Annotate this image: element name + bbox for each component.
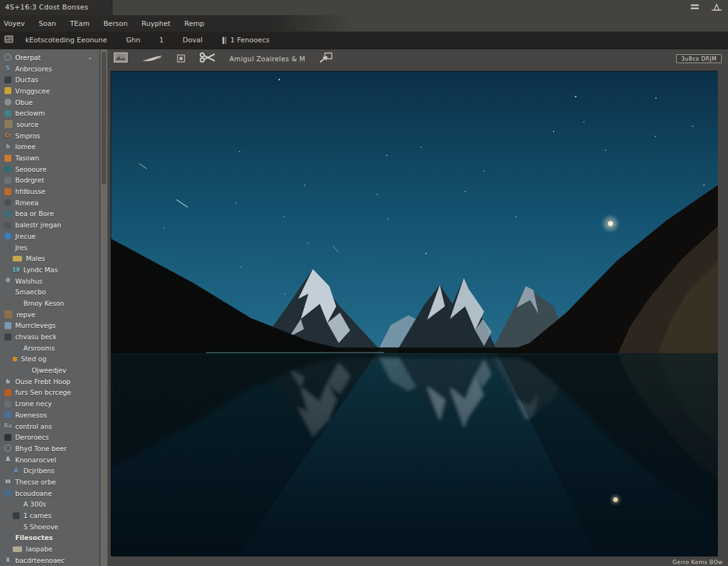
menu-item[interactable]: Soan: [39, 20, 56, 28]
sidebar-item[interactable]: Bodrgret ⌄: [0, 175, 99, 186]
scissors-icon[interactable]: [199, 52, 215, 66]
sidebar-item-label: Thecse orbe: [15, 478, 56, 486]
sidebar-item-icon: [4, 445, 11, 452]
sidebar-item[interactable]: Jres ⌄: [0, 242, 99, 253]
sidebar-item[interactable]: Jrecue ⌄: [0, 231, 99, 242]
sidebar-item[interactable]: Deroroecs ⌄: [0, 431, 99, 443]
toolbar-items: kEotscoteding Eeonune Ghn 1 Doval: [25, 36, 222, 44]
sidebar-item-label: Smpros: [15, 132, 40, 140]
sidebar-item[interactable]: A Knonarocvel ⌄: [0, 454, 99, 466]
sidebar-item-label: Murrclevegs: [15, 322, 56, 329]
sidebar-item-label: control ans: [15, 423, 52, 430]
sidebar-item-icon: [4, 389, 11, 396]
sidebar-item-icon: Cr: [4, 132, 11, 139]
checkbox-icon[interactable]: [177, 53, 185, 65]
sidebar-item[interactable]: M Thecse orbe ⌄: [0, 476, 99, 488]
sidebar-item[interactable]: Sted og ⌄: [0, 354, 99, 365]
sidebar-item[interactable]: beclowm ⌄: [0, 107, 99, 119]
menu-icon[interactable]: [689, 3, 701, 11]
sidebar-item[interactable]: II Walshus ⌄: [0, 275, 99, 287]
sidebar-item-icon: [4, 155, 11, 162]
sidebar-item[interactable]: Seoooure ⌄: [0, 164, 99, 175]
list-icon: [222, 37, 228, 44]
menu-item[interactable]: Remp: [185, 20, 205, 28]
sidebar-item[interactable]: furs Sen bcrcege ⌄: [0, 387, 99, 399]
brush-icon[interactable]: [142, 53, 163, 65]
toolbar-item[interactable]: Ghn: [126, 36, 140, 44]
sidebar-item[interactable]: balestr jregan ⌄: [0, 219, 99, 231]
sidebar-item[interactable]: 19 Lyndc Mas ⌄: [0, 264, 99, 275]
sidebar-item[interactable]: bea or Bore ⌄: [0, 208, 99, 220]
sidebar-item-icon: [4, 322, 11, 329]
sidebar-item[interactable]: Tasown ⌄: [0, 152, 99, 164]
sidebar-item-label: Filesoctes: [15, 534, 53, 541]
toolbar-item[interactable]: Doval: [183, 36, 203, 44]
sidebar-item-label: Jrecue: [15, 232, 36, 240]
sidebar-item[interactable]: Ra control ans ⌄: [0, 421, 99, 432]
sidebar-item[interactable]: b lomee ⌄: [0, 142, 99, 153]
sidebar-item-icon: [13, 357, 17, 361]
sidebar-item[interactable]: S Anbrcsores ⌄: [0, 63, 99, 75]
sidebar-item[interactable]: Murrclevegs ⌄: [0, 320, 99, 332]
document-tab[interactable]: 4S+16:3 Cdost Bonses: [0, 0, 112, 15]
sidebar-item[interactable]: Lrone necy ⌄: [0, 398, 99, 409]
toolbar-item[interactable]: 1: [159, 36, 164, 44]
sidebar-item-icon: [13, 546, 22, 552]
sidebar-item[interactable]: Roenesos ⌄: [0, 409, 99, 421]
display-icon[interactable]: [710, 3, 723, 11]
sidebar-item[interactable]: Filesoctes ⌄: [0, 533, 99, 544]
resolution-button[interactable]: 3u8co DRJM: [676, 54, 722, 63]
sidebar-item-label: Walshus: [15, 277, 42, 285]
sidebar-item[interactable]: Orerpat ⌄: [0, 52, 99, 63]
sidebar-item-label: Jres: [15, 244, 27, 251]
sidebar-item[interactable]: Smaecbo ⌄: [0, 286, 99, 298]
sidebar-item-label: laopabe: [26, 545, 52, 553]
menu-item[interactable]: Ruyphet: [142, 20, 171, 28]
sidebar-item-label: lomee: [15, 143, 36, 150]
chevron-down-icon[interactable]: ⌄: [88, 54, 93, 61]
scrollbar-thumb[interactable]: [102, 52, 106, 184]
sidebar-item-label: Knonarocvel: [15, 456, 56, 464]
sidebar-item[interactable]: bcoudoane ⌄: [0, 488, 99, 499]
sidebar-item[interactable]: repve ⌄: [0, 309, 99, 320]
menu-item[interactable]: Berson: [104, 20, 128, 28]
sidebar-item[interactable]: Vmggscee ⌄: [0, 85, 99, 97]
image-icon[interactable]: [114, 52, 128, 65]
sidebar-item-label: Males: [26, 255, 45, 262]
photo-canvas[interactable]: [111, 71, 717, 556]
layers-sidebar: Orerpat ⌄ S Anbrcsores ⌄ Ductas ⌄ Vmggsc…: [0, 49, 100, 566]
sidebar-item-icon: [13, 256, 22, 262]
toolbar-item[interactable]: kEotscoteding Eeonune: [25, 36, 107, 44]
sidebar-item-label: balestr jregan: [15, 221, 61, 229]
sidebar-item-label: Ductas: [15, 76, 39, 83]
sidebar-item[interactable]: Ojweedjev ⌄: [0, 364, 99, 376]
sidebar-item[interactable]: 1 cames ⌄: [0, 510, 99, 521]
sidebar-item[interactable]: Males ⌄: [0, 253, 99, 264]
sidebar-item[interactable]: Ductas ⌄: [0, 74, 99, 85]
sidebar-item[interactable]: Bhyd Tone beer ⌄: [0, 443, 99, 454]
sidebar-item[interactable]: Rmeea ⌄: [0, 197, 99, 208]
sidebar-scrollbar[interactable]: [100, 49, 107, 566]
sidebar-item-icon: [4, 411, 11, 418]
sidebar-item[interactable]: A 300s ⌄: [0, 499, 99, 510]
sidebar-item[interactable]: Cr Smpros ⌄: [0, 130, 99, 142]
sidebar-item[interactable]: Bmoy Keson ⌄: [0, 298, 99, 309]
menu-item[interactable]: Voyev: [4, 20, 25, 28]
sidebar-item[interactable]: Obue ⌄: [0, 97, 99, 108]
toolbar-badge[interactable]: 1 Fenooecs: [222, 36, 270, 44]
sidebar-item[interactable]: S Shoeove ⌄: [0, 521, 99, 533]
sidebar-item[interactable]: hfdbusse ⌄: [0, 186, 99, 197]
sidebar-item[interactable]: A Dcjribens ⌄: [0, 465, 99, 476]
sidebar-item[interactable]: laopabe ⌄: [0, 543, 99, 555]
export-icon[interactable]: [319, 52, 333, 66]
grid-app-icon[interactable]: [4, 34, 14, 46]
sidebar-item-icon: M: [4, 478, 11, 485]
sidebar-item[interactable]: Arsrooms ⌄: [0, 342, 99, 354]
sidebar-item[interactable]: source ⌄: [0, 119, 99, 130]
sidebar-item[interactable]: b Ouse Frebt Hoop ⌄: [0, 376, 99, 387]
sidebar-item-label: Lyndc Mas: [23, 266, 58, 274]
sidebar-item[interactable]: chvasu beck ⌄: [0, 331, 99, 342]
sidebar-item[interactable]: X bacdrteenoaec ⌄: [0, 555, 99, 566]
menu-item[interactable]: TEam: [70, 20, 90, 28]
status-text: Gerro Kems BOw: [672, 559, 723, 565]
